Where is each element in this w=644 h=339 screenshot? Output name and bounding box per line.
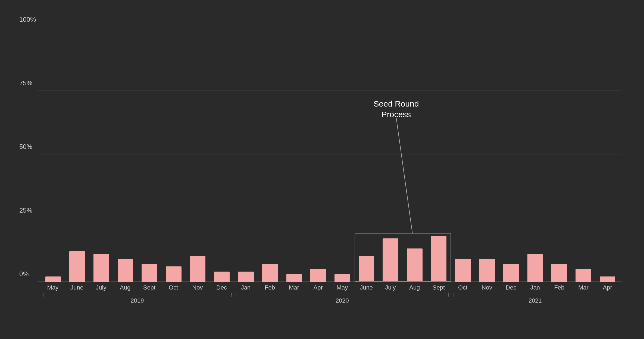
chart-body: 0%25%50%75%100%Seed RoundProcess MayJune… xyxy=(33,27,622,312)
bar-group xyxy=(210,27,234,282)
x-tick-label: July xyxy=(379,284,403,291)
bar-group xyxy=(234,27,258,282)
y-tick-label: 25% xyxy=(19,207,32,214)
bar-group xyxy=(282,27,306,282)
bar xyxy=(551,264,567,282)
x-tick-label: Mar xyxy=(571,284,596,291)
x-tick-label: Oct xyxy=(451,284,475,291)
x-tick-label: Mar xyxy=(282,284,306,291)
bar-group xyxy=(306,27,330,282)
bar-group xyxy=(403,27,427,282)
x-tick-label: Apr xyxy=(595,284,620,291)
bar-group xyxy=(427,27,451,282)
x-tick-label: June xyxy=(65,284,89,291)
x-tick-label: Nov xyxy=(475,284,499,291)
bar xyxy=(45,276,61,282)
bar-group xyxy=(451,27,475,282)
bar xyxy=(69,251,85,282)
chart-area: 0%25%50%75%100%Seed RoundProcess MayJune… xyxy=(38,27,622,312)
bar xyxy=(359,256,374,282)
bar xyxy=(190,256,206,282)
bar xyxy=(334,274,350,282)
bar-group xyxy=(330,27,354,282)
y-axis-label xyxy=(33,27,38,312)
bar-group xyxy=(113,27,137,282)
x-tick-label: Apr xyxy=(306,284,330,291)
bar xyxy=(455,259,471,282)
bar-group xyxy=(379,27,403,282)
bar-group xyxy=(186,27,210,282)
bar xyxy=(576,269,591,282)
bar xyxy=(214,272,230,282)
x-tick-label: July xyxy=(89,284,113,291)
x-axis-area: MayJuneJulyAugSeptOctNovDecJanFebMarAprM… xyxy=(38,282,622,312)
bar-group xyxy=(571,27,595,282)
bar xyxy=(118,259,133,282)
bar xyxy=(262,264,278,282)
x-tick-label: Nov xyxy=(186,284,210,291)
x-tick-label: Jan xyxy=(523,284,547,291)
bar xyxy=(142,264,157,282)
x-tick-label: Feb xyxy=(547,284,571,291)
bar xyxy=(238,272,254,282)
bar-group xyxy=(475,27,499,282)
y-tick-label: 100% xyxy=(19,16,36,23)
bar xyxy=(407,248,423,282)
svg-text:2021: 2021 xyxy=(529,297,542,304)
year-labels: 201920202021 xyxy=(38,292,622,303)
x-axis: MayJuneJulyAugSeptOctNovDecJanFebMarAprM… xyxy=(38,284,622,291)
chart-container: 0%25%50%75%100%Seed RoundProcess MayJune… xyxy=(0,0,644,339)
bar-group xyxy=(137,27,162,282)
svg-text:2019: 2019 xyxy=(131,297,144,304)
bar-group xyxy=(595,27,620,282)
x-tick-label: Feb xyxy=(258,284,282,291)
y-tick-label: 50% xyxy=(19,143,32,151)
bar xyxy=(93,254,109,282)
annotation-text: Seed RoundProcess xyxy=(369,98,423,120)
bar xyxy=(503,264,519,282)
x-tick-label: Aug xyxy=(402,284,427,291)
y-tick-label: 75% xyxy=(19,79,32,87)
bar xyxy=(286,274,302,282)
bar-group xyxy=(162,27,186,282)
bar-group xyxy=(547,27,571,282)
bar-group xyxy=(41,27,65,282)
x-tick-label: June xyxy=(354,284,379,291)
x-tick-label: May xyxy=(41,284,65,291)
x-tick-label: Dec xyxy=(210,284,234,291)
bar xyxy=(310,269,326,282)
bar-group xyxy=(89,27,113,282)
bar-group xyxy=(523,27,547,282)
x-tick-label: Sept xyxy=(137,284,161,291)
x-tick-label: Sept xyxy=(427,284,451,291)
bar xyxy=(431,236,447,282)
bar-group xyxy=(258,27,282,282)
y-tick-label: 0% xyxy=(19,270,29,278)
x-tick-label: Jan xyxy=(234,284,258,291)
x-tick-label: Oct xyxy=(161,284,186,291)
svg-text:2020: 2020 xyxy=(336,297,349,304)
plot-area: 0%25%50%75%100%Seed RoundProcess xyxy=(38,27,622,282)
bar xyxy=(383,238,398,282)
bar-group xyxy=(65,27,89,282)
bar xyxy=(479,259,495,282)
bar xyxy=(527,254,543,282)
bar-group xyxy=(499,27,523,282)
x-tick-label: May xyxy=(330,284,354,291)
bars-container xyxy=(38,27,622,282)
x-tick-label: Dec xyxy=(499,284,523,291)
bar xyxy=(166,266,182,282)
x-tick-label: Aug xyxy=(113,284,137,291)
bar xyxy=(600,276,615,282)
bar-group xyxy=(354,27,379,282)
